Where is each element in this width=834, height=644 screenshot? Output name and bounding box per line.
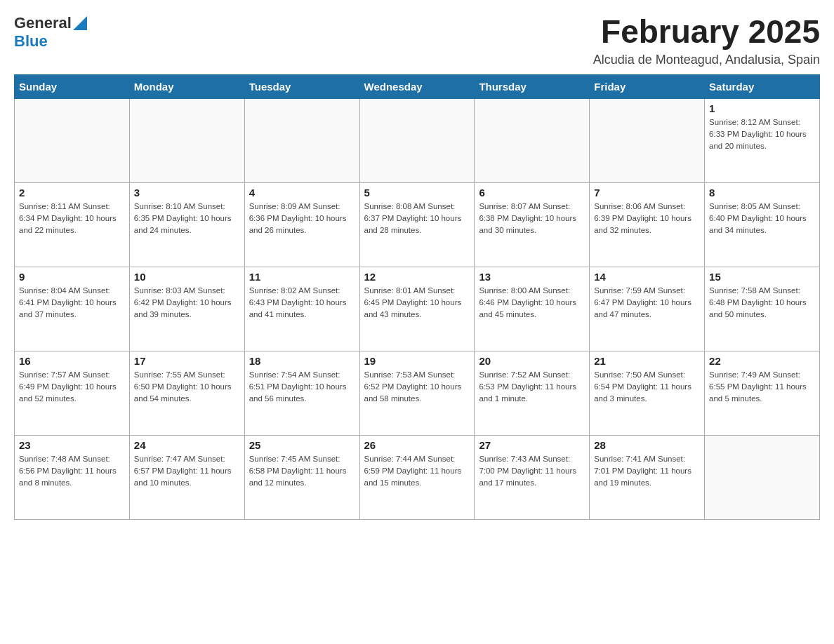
day-info: Sunrise: 7:45 AM Sunset: 6:58 PM Dayligh…: [249, 453, 355, 490]
day-info: Sunrise: 8:03 AM Sunset: 6:42 PM Dayligh…: [134, 285, 240, 321]
day-info: Sunrise: 8:02 AM Sunset: 6:43 PM Dayligh…: [249, 285, 355, 321]
day-number: 9: [19, 271, 125, 283]
day-number: 18: [249, 355, 355, 367]
month-title: February 2025: [593, 14, 820, 50]
weekday-header-thursday: Thursday: [475, 74, 590, 98]
day-info: Sunrise: 8:04 AM Sunset: 6:41 PM Dayligh…: [19, 285, 125, 321]
day-info: Sunrise: 8:08 AM Sunset: 6:37 PM Dayligh…: [364, 201, 470, 237]
calendar-table: SundayMondayTuesdayWednesdayThursdayFrid…: [14, 74, 820, 520]
day-number: 12: [364, 271, 470, 283]
day-info: Sunrise: 8:12 AM Sunset: 6:33 PM Dayligh…: [709, 116, 815, 153]
calendar-day-cell: 23Sunrise: 7:48 AM Sunset: 6:56 PM Dayli…: [15, 435, 130, 519]
day-number: 6: [479, 187, 585, 199]
day-info: Sunrise: 7:47 AM Sunset: 6:57 PM Dayligh…: [134, 453, 240, 490]
day-info: Sunrise: 8:11 AM Sunset: 6:34 PM Dayligh…: [19, 201, 125, 237]
day-info: Sunrise: 8:01 AM Sunset: 6:45 PM Dayligh…: [364, 285, 470, 321]
calendar-day-cell: 26Sunrise: 7:44 AM Sunset: 6:59 PM Dayli…: [359, 435, 475, 519]
day-number: 16: [19, 355, 125, 367]
calendar-day-cell: 27Sunrise: 7:43 AM Sunset: 7:00 PM Dayli…: [475, 435, 590, 519]
day-number: 19: [364, 355, 470, 367]
weekday-header-saturday: Saturday: [705, 74, 820, 98]
day-info: Sunrise: 7:59 AM Sunset: 6:47 PM Dayligh…: [594, 285, 700, 321]
calendar-week-row: 9Sunrise: 8:04 AM Sunset: 6:41 PM Daylig…: [15, 267, 820, 351]
day-info: Sunrise: 7:55 AM Sunset: 6:50 PM Dayligh…: [134, 369, 240, 405]
day-number: 22: [709, 355, 815, 367]
logo: General Blue: [14, 14, 87, 51]
day-number: 26: [364, 439, 470, 451]
calendar-day-cell: 9Sunrise: 8:04 AM Sunset: 6:41 PM Daylig…: [15, 267, 130, 351]
day-number: 17: [134, 355, 240, 367]
weekday-header-friday: Friday: [590, 74, 705, 98]
calendar-day-cell: 17Sunrise: 7:55 AM Sunset: 6:50 PM Dayli…: [129, 351, 244, 435]
day-info: Sunrise: 7:48 AM Sunset: 6:56 PM Dayligh…: [19, 453, 125, 490]
calendar-day-cell: [705, 435, 820, 519]
day-info: Sunrise: 8:07 AM Sunset: 6:38 PM Dayligh…: [479, 201, 585, 237]
calendar-day-cell: [15, 98, 130, 182]
day-number: 7: [594, 187, 700, 199]
calendar-day-cell: 5Sunrise: 8:08 AM Sunset: 6:37 PM Daylig…: [359, 182, 475, 267]
day-info: Sunrise: 7:49 AM Sunset: 6:55 PM Dayligh…: [709, 369, 815, 405]
title-block: February 2025 Alcudia de Monteagud, Anda…: [593, 14, 820, 67]
header: General Blue February 2025 Alcudia de Mo…: [14, 14, 820, 67]
logo-triangle-icon: [73, 16, 87, 30]
day-number: 28: [594, 439, 700, 451]
calendar-day-cell: 11Sunrise: 8:02 AM Sunset: 6:43 PM Dayli…: [244, 267, 359, 351]
day-number: 3: [134, 187, 240, 199]
page-wrapper: General Blue February 2025 Alcudia de Mo…: [14, 14, 820, 520]
day-number: 8: [709, 187, 815, 199]
day-info: Sunrise: 8:00 AM Sunset: 6:46 PM Dayligh…: [479, 285, 585, 321]
calendar-day-cell: [244, 98, 359, 182]
weekday-header-wednesday: Wednesday: [359, 74, 475, 98]
day-number: 21: [594, 355, 700, 367]
calendar-day-cell: [590, 98, 705, 182]
calendar-day-cell: 8Sunrise: 8:05 AM Sunset: 6:40 PM Daylig…: [705, 182, 820, 267]
calendar-day-cell: 4Sunrise: 8:09 AM Sunset: 6:36 PM Daylig…: [244, 182, 359, 267]
logo-blue-text: Blue: [14, 32, 48, 51]
day-info: Sunrise: 7:57 AM Sunset: 6:49 PM Dayligh…: [19, 369, 125, 405]
calendar-day-cell: 7Sunrise: 8:06 AM Sunset: 6:39 PM Daylig…: [590, 182, 705, 267]
day-number: 10: [134, 271, 240, 283]
calendar-day-cell: 18Sunrise: 7:54 AM Sunset: 6:51 PM Dayli…: [244, 351, 359, 435]
calendar-day-cell: 16Sunrise: 7:57 AM Sunset: 6:49 PM Dayli…: [15, 351, 130, 435]
day-info: Sunrise: 7:53 AM Sunset: 6:52 PM Dayligh…: [364, 369, 470, 405]
svg-marker-0: [73, 16, 87, 30]
logo-general-text: General: [14, 14, 72, 32]
day-info: Sunrise: 7:43 AM Sunset: 7:00 PM Dayligh…: [479, 453, 585, 490]
calendar-day-cell: 13Sunrise: 8:00 AM Sunset: 6:46 PM Dayli…: [475, 267, 590, 351]
day-info: Sunrise: 7:58 AM Sunset: 6:48 PM Dayligh…: [709, 285, 815, 321]
calendar-day-cell: 25Sunrise: 7:45 AM Sunset: 6:58 PM Dayli…: [244, 435, 359, 519]
calendar-day-cell: 14Sunrise: 7:59 AM Sunset: 6:47 PM Dayli…: [590, 267, 705, 351]
location-title: Alcudia de Monteagud, Andalusia, Spain: [593, 53, 820, 67]
calendar-day-cell: 28Sunrise: 7:41 AM Sunset: 7:01 PM Dayli…: [590, 435, 705, 519]
calendar-week-row: 16Sunrise: 7:57 AM Sunset: 6:49 PM Dayli…: [15, 351, 820, 435]
day-number: 2: [19, 187, 125, 199]
day-number: 14: [594, 271, 700, 283]
day-number: 4: [249, 187, 355, 199]
calendar-day-cell: 15Sunrise: 7:58 AM Sunset: 6:48 PM Dayli…: [705, 267, 820, 351]
day-info: Sunrise: 8:05 AM Sunset: 6:40 PM Dayligh…: [709, 201, 815, 237]
day-number: 24: [134, 439, 240, 451]
calendar-week-row: 1Sunrise: 8:12 AM Sunset: 6:33 PM Daylig…: [15, 98, 820, 182]
calendar-day-cell: 6Sunrise: 8:07 AM Sunset: 6:38 PM Daylig…: [475, 182, 590, 267]
day-number: 27: [479, 439, 585, 451]
calendar-day-cell: 20Sunrise: 7:52 AM Sunset: 6:53 PM Dayli…: [475, 351, 590, 435]
day-info: Sunrise: 7:52 AM Sunset: 6:53 PM Dayligh…: [479, 369, 585, 405]
day-number: 5: [364, 187, 470, 199]
calendar-day-cell: 19Sunrise: 7:53 AM Sunset: 6:52 PM Dayli…: [359, 351, 475, 435]
calendar-day-cell: 22Sunrise: 7:49 AM Sunset: 6:55 PM Dayli…: [705, 351, 820, 435]
calendar-day-cell: 2Sunrise: 8:11 AM Sunset: 6:34 PM Daylig…: [15, 182, 130, 267]
day-info: Sunrise: 8:06 AM Sunset: 6:39 PM Dayligh…: [594, 201, 700, 237]
calendar-day-cell: 1Sunrise: 8:12 AM Sunset: 6:33 PM Daylig…: [705, 98, 820, 182]
day-info: Sunrise: 7:54 AM Sunset: 6:51 PM Dayligh…: [249, 369, 355, 405]
day-number: 25: [249, 439, 355, 451]
calendar-week-row: 23Sunrise: 7:48 AM Sunset: 6:56 PM Dayli…: [15, 435, 820, 519]
day-number: 13: [479, 271, 585, 283]
day-info: Sunrise: 7:44 AM Sunset: 6:59 PM Dayligh…: [364, 453, 470, 490]
weekday-header-sunday: Sunday: [15, 74, 130, 98]
calendar-day-cell: 3Sunrise: 8:10 AM Sunset: 6:35 PM Daylig…: [129, 182, 244, 267]
calendar-day-cell: [475, 98, 590, 182]
calendar-day-cell: 10Sunrise: 8:03 AM Sunset: 6:42 PM Dayli…: [129, 267, 244, 351]
calendar-day-cell: 12Sunrise: 8:01 AM Sunset: 6:45 PM Dayli…: [359, 267, 475, 351]
weekday-header-row: SundayMondayTuesdayWednesdayThursdayFrid…: [15, 74, 820, 98]
weekday-header-monday: Monday: [129, 74, 244, 98]
